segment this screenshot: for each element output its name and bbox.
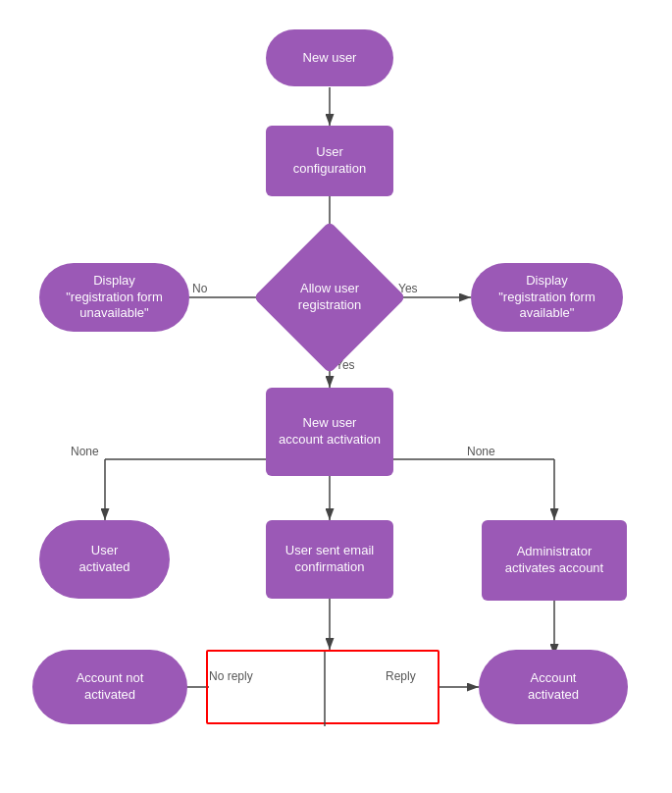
reply-decision-box xyxy=(206,650,439,724)
allow-reg-diamond: Allow user registration xyxy=(276,243,384,351)
new-user-activation-node: New user account activation xyxy=(266,388,393,476)
reg-unavailable-node: Display "registration form unavailable" xyxy=(39,263,189,332)
user-sent-email-node: User sent email confirmation xyxy=(266,520,393,599)
user-config-node: User configuration xyxy=(266,126,393,196)
account-not-activated-node: Account not activated xyxy=(32,650,187,724)
reg-available-node: Display "registration form available" xyxy=(471,263,623,332)
label-none1: None xyxy=(71,445,99,458)
decision-lines xyxy=(208,652,441,726)
new-user-node: New user xyxy=(266,29,393,86)
admin-activates-node: Administrator activates account xyxy=(482,520,627,601)
label-no: No xyxy=(192,282,207,295)
account-activated-node: Account activated xyxy=(479,650,628,724)
flowchart-diagram: No Yes Yes None None None No reply Reply… xyxy=(0,0,672,793)
label-none3: None xyxy=(467,445,495,458)
user-activated-node: User activated xyxy=(39,520,170,599)
